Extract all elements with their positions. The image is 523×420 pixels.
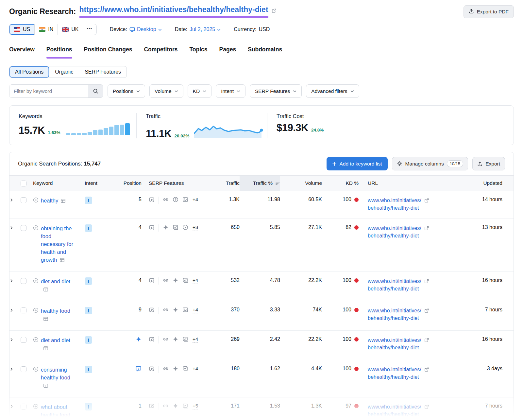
diamond-icon[interactable] [173, 336, 178, 342]
analyzed-url-link[interactable]: https://www.who.int/initiatives/behealth… [79, 5, 268, 18]
external-link-icon[interactable] [424, 279, 429, 284]
tab-competitors[interactable]: Competitors [144, 44, 177, 58]
external-link-icon[interactable] [424, 404, 429, 409]
link-icon[interactable] [163, 197, 169, 202]
serp-snapshot-icon[interactable] [60, 198, 66, 205]
date-selector[interactable]: Jul 2, 2025 [190, 26, 221, 32]
image-alt-icon[interactable] [173, 224, 178, 230]
serp-snapshot-icon[interactable] [43, 382, 48, 390]
more-countries-button[interactable]: ••• [83, 24, 96, 35]
tab-overview[interactable]: Overview [9, 44, 35, 58]
filter-intent[interactable]: Intent [216, 84, 245, 98]
external-link-icon[interactable] [272, 6, 277, 15]
filter-volume[interactable]: Volume [149, 84, 183, 98]
export-button[interactable]: Export [472, 157, 505, 170]
expand-row-chevron-icon[interactable] [9, 366, 14, 371]
select-all-checkbox[interactable] [21, 181, 26, 186]
url-link-line2[interactable]: behealthy/healthy-diet [368, 374, 419, 380]
tab-topics[interactable]: Topics [189, 44, 207, 58]
diamond-icon[interactable] [173, 307, 178, 313]
view-serp-icon[interactable] [149, 307, 155, 313]
device-selector[interactable]: Desktop [129, 26, 162, 32]
add-keyword-icon[interactable] [33, 278, 39, 294]
diamond-icon[interactable] [163, 224, 169, 230]
col-traffic-pct[interactable]: Traffic % [240, 176, 280, 191]
row-checkbox[interactable] [21, 278, 26, 284]
view-organic[interactable]: Organic [49, 66, 79, 78]
col-volume[interactable]: Volume [280, 176, 322, 191]
keywords-trend-bars[interactable] [66, 123, 130, 135]
keyword-link[interactable]: healthy [41, 198, 58, 203]
col-kd[interactable]: KD % [322, 176, 359, 191]
question-circle-icon[interactable] [173, 197, 178, 202]
row-checkbox[interactable] [21, 307, 26, 313]
row-checkbox[interactable] [21, 197, 26, 203]
add-keyword-icon[interactable] [33, 307, 39, 324]
row-checkbox[interactable] [21, 404, 26, 410]
serp-snapshot-icon[interactable] [59, 257, 65, 265]
keyword-link[interactable]: consuming healthy food [41, 367, 70, 380]
intent-badge[interactable]: I [85, 366, 92, 373]
row-checkbox[interactable] [21, 366, 26, 372]
link-icon[interactable] [163, 336, 169, 342]
view-serp-icon[interactable] [149, 277, 155, 283]
keyword-link[interactable]: obtaining the food necessary for health … [41, 225, 73, 263]
add-keyword-icon[interactable] [33, 337, 39, 353]
add-keyword-icon[interactable] [33, 404, 39, 420]
view-serp-icon[interactable] [149, 403, 155, 409]
add-to-keyword-list-button[interactable]: Add to keyword list [327, 157, 388, 170]
add-keyword-icon[interactable] [33, 225, 39, 265]
col-updated[interactable]: Updated [466, 176, 514, 191]
link-icon[interactable] [163, 277, 169, 283]
intent-badge[interactable]: I [85, 403, 92, 411]
serp-features-more-link[interactable]: +4 [193, 197, 198, 203]
country-tab-us[interactable]: US [9, 24, 35, 35]
url-link-line2[interactable]: behealthy/healthy-diet [368, 233, 419, 238]
expand-row-chevron-icon[interactable] [9, 336, 14, 342]
intent-badge[interactable]: I [85, 197, 92, 204]
country-tab-in[interactable]: IN [35, 24, 58, 35]
expand-row-chevron-icon[interactable] [9, 197, 14, 202]
view-serp-icon[interactable] [149, 197, 155, 202]
image-icon[interactable] [182, 197, 188, 202]
row-checkbox[interactable] [21, 225, 26, 231]
col-position[interactable]: Position [109, 176, 142, 191]
link-icon[interactable] [163, 403, 169, 409]
external-link-icon[interactable] [424, 226, 429, 231]
tab-positions[interactable]: Positions [46, 44, 72, 58]
add-keyword-icon[interactable] [33, 366, 39, 390]
add-keyword-icon[interactable] [33, 197, 39, 212]
view-serp-icon[interactable] [149, 366, 155, 372]
link-icon[interactable] [163, 366, 169, 372]
view-serp-icon[interactable] [149, 224, 155, 230]
serp-features-more-link[interactable]: +5 [193, 403, 198, 410]
external-link-icon[interactable] [424, 367, 429, 372]
external-link-icon[interactable] [424, 198, 429, 203]
serp-features-more-link[interactable]: +4 [193, 277, 198, 284]
manage-columns-button[interactable]: Manage columns 10/15 [392, 157, 468, 170]
intent-badge[interactable]: I [85, 224, 92, 232]
view-all-positions[interactable]: All Positions [9, 66, 49, 78]
image-alt-icon[interactable] [182, 366, 188, 372]
keyword-link[interactable]: diet and diet [41, 278, 70, 284]
keyword-filter-input[interactable] [9, 85, 88, 97]
external-link-icon[interactable] [424, 308, 429, 313]
link-icon[interactable] [163, 307, 169, 313]
col-intent[interactable]: Intent [85, 176, 109, 191]
keyword-link[interactable]: healthy food [41, 308, 70, 314]
tab-position-changes[interactable]: Position Changes [84, 44, 132, 58]
external-link-icon[interactable] [424, 338, 429, 342]
traffic-sparkline[interactable] [194, 123, 265, 140]
filter-serp-features[interactable]: SERP Features [250, 84, 302, 98]
col-traffic[interactable]: Traffic [208, 176, 240, 191]
col-url[interactable]: URL [359, 176, 466, 191]
url-link[interactable]: www.who.int/initiatives/ [368, 197, 421, 204]
tab-subdomains[interactable]: Subdomains [248, 44, 282, 58]
serp-features-more-link[interactable]: +4 [193, 366, 198, 372]
image-icon[interactable] [182, 307, 188, 313]
url-link[interactable]: www.who.int/initiatives/ [368, 307, 421, 314]
diamond-icon[interactable] [173, 277, 178, 283]
diamond-icon[interactable] [173, 403, 178, 409]
keyword-link[interactable]: diet and diet [41, 337, 70, 343]
expand-row-chevron-icon[interactable] [9, 277, 14, 283]
